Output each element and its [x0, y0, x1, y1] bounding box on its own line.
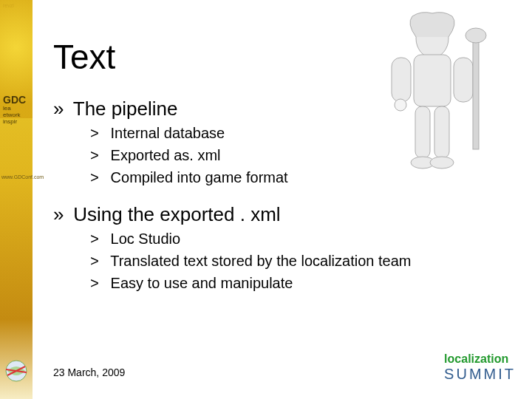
section-heading-text: The pipeline — [73, 98, 178, 120]
bullet-l2-icon: > — [90, 231, 106, 248]
section-heading: » Using the exported . xml — [53, 203, 517, 226]
bullet-l2-icon: > — [90, 148, 106, 165]
list-item: > Internal database — [90, 125, 517, 143]
gdc-badge: GDC lea etwork inspir — [3, 95, 28, 139]
list-item: > Easy to use and manipulate — [90, 275, 517, 293]
footer-date: 23 March, 2009 — [53, 366, 125, 378]
footer-logo-word1: localization — [444, 352, 508, 365]
list-item-text: Compiled into game format — [111, 169, 288, 185]
bullet-l2-icon: > — [90, 170, 106, 187]
gdc-url: www.GDConf.com — [1, 174, 44, 180]
slide-body: » The pipeline > Internal database > Exp… — [53, 87, 517, 293]
globe-icon — [1, 356, 31, 386]
list-item-text: Easy to use and manipulate — [111, 275, 293, 291]
list-item: > Exported as. xml — [90, 147, 517, 165]
footer-logo-word2: SUMMIT — [444, 366, 516, 382]
list-item: > Loc Studio — [90, 231, 517, 248]
footer-logo: localization SUMMIT — [444, 352, 516, 383]
section-heading: » The pipeline — [53, 98, 517, 120]
svg-point-6 — [466, 28, 486, 43]
list-item: > Translated text stored by the localiza… — [90, 253, 517, 270]
bullet-l2-icon: > — [90, 126, 106, 143]
bullet-l2-icon: > — [90, 276, 106, 293]
section-heading-text: Using the exported . xml — [73, 203, 280, 225]
gdc-badge-line: inspir — [3, 118, 28, 125]
slide-title: Text — [53, 37, 115, 77]
bullet-l1-icon: » — [53, 98, 68, 120]
gdc-badge-line: etwork — [3, 112, 28, 118]
bullet-l1-icon: » — [53, 203, 68, 226]
slide: revzl GDC lea etwork inspir www.GDConf.c… — [0, 0, 532, 399]
left-decorative-strip: revzl GDC lea etwork inspir www.GDConf.c… — [0, 0, 33, 399]
list-item-text: Loc Studio — [111, 231, 181, 247]
gdc-badge-line: lea — [3, 105, 28, 112]
list-item: > Compiled into game format — [90, 169, 517, 187]
list-item-text: Translated text stored by the localizati… — [110, 253, 411, 269]
list-item-text: Internal database — [111, 125, 225, 141]
list-item-text: Exported as. xml — [111, 147, 221, 163]
bullet-l2-icon: > — [90, 253, 106, 270]
gdc-badge-title: GDC — [3, 95, 28, 105]
